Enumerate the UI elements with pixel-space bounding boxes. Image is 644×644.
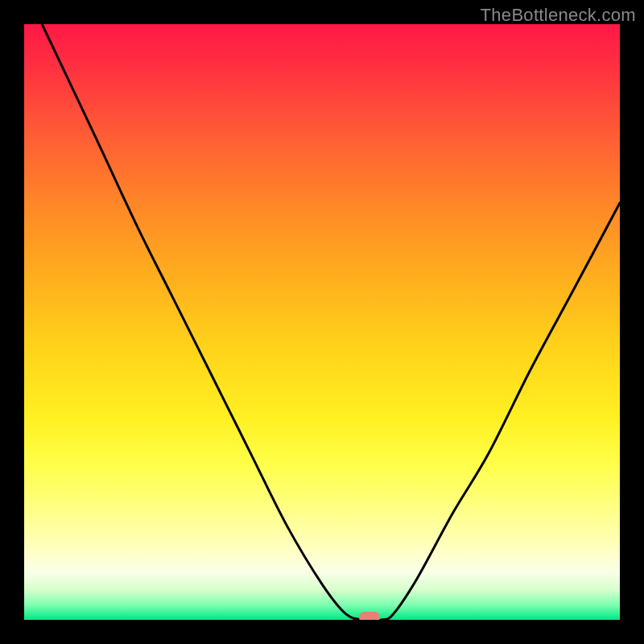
bottleneck-curve xyxy=(42,24,620,620)
optimal-point-marker xyxy=(359,612,380,620)
watermark-label: TheBottleneck.com xyxy=(481,5,636,26)
chart-curve-svg xyxy=(24,24,620,620)
chart-plot-area xyxy=(24,24,620,620)
